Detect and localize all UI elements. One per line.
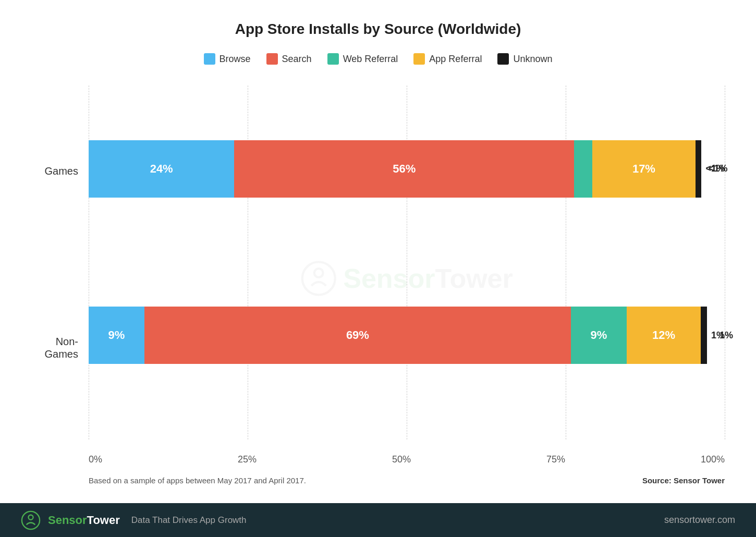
legend-label: Browse: [220, 54, 251, 65]
bar-segment-app-referral: 12%: [627, 307, 701, 364]
footer-brand-sensor: Sensor: [48, 514, 87, 527]
bar-segment-unknown: 1%: [701, 307, 707, 364]
bar-segment-search: 56%: [234, 140, 574, 198]
bar-segment-search: 69%: [144, 307, 571, 364]
footer-url: sensortower.com: [664, 515, 735, 526]
bars-rows: 24%56%17%<1%<1%9%69%9%12%1%1%: [89, 86, 725, 450]
footnote-area: Based on a sample of apps between May 20…: [89, 471, 725, 493]
outside-label-0: <1%: [709, 163, 728, 174]
footer-brand: SensorTower: [48, 514, 120, 527]
stacked-bar-1: 9%69%9%12%1%: [89, 307, 707, 364]
legend-item-app-referral: App Referral: [413, 53, 482, 65]
bars-area: SensorTower 24%56%17%<1%<1%9%69%9%12%1%1…: [89, 86, 725, 471]
footnote: Based on a sample of apps between May 20…: [89, 476, 306, 485]
bar-segment-web-referral: [574, 140, 592, 198]
footer-left: SensorTower Data That Drives App Growth: [21, 510, 247, 530]
outside-label-1: 1%: [720, 330, 733, 341]
bar-segment-unknown: <1%: [696, 140, 702, 198]
legend-label: App Referral: [429, 54, 482, 65]
source: Source: Sensor Tower: [642, 476, 725, 485]
legend: Browse Search Web Referral App Referral …: [31, 53, 725, 65]
legend-color: [266, 53, 278, 65]
y-label-non--games: Non-Games: [31, 335, 78, 360]
bar-row-0: 24%56%17%<1%<1%: [89, 140, 725, 198]
chart-container: App Store Installs by Source (Worldwide)…: [0, 0, 756, 503]
y-labels: GamesNon-Games: [31, 86, 89, 471]
footer-tagline: Data That Drives App Growth: [131, 515, 247, 526]
x-tick-100: 100%: [701, 454, 725, 465]
legend-item-unknown: Unknown: [497, 53, 552, 65]
legend-label: Web Referral: [343, 54, 398, 65]
chart-title: App Store Installs by Source (Worldwide): [31, 21, 725, 38]
legend-color: [497, 53, 509, 65]
legend-color: [413, 53, 425, 65]
svg-point-3: [28, 515, 33, 519]
x-tick-0: 0%: [89, 454, 102, 465]
footer-logo-icon: [21, 510, 41, 530]
footer-brand-tower: Tower: [87, 514, 120, 527]
legend-color: [204, 53, 215, 65]
x-axis: 0% 25% 50% 75% 100%: [89, 450, 725, 471]
bar-row-1: 9%69%9%12%1%1%: [89, 307, 725, 364]
legend-item-web-referral: Web Referral: [327, 53, 398, 65]
bar-segment-browse: 24%: [89, 140, 234, 198]
bar-segment-browse: 9%: [89, 307, 144, 364]
chart-inner: GamesNon-Games SensorTower: [31, 86, 725, 471]
x-tick-50: 50%: [392, 454, 411, 465]
chart-area: GamesNon-Games SensorTower: [31, 86, 725, 471]
legend-color: [327, 53, 339, 65]
y-label-games: Games: [31, 165, 78, 177]
legend-item-search: Search: [266, 53, 312, 65]
legend-item-browse: Browse: [204, 53, 251, 65]
bar-segment-web-referral: 9%: [571, 307, 627, 364]
grid-line-100: [725, 86, 725, 440]
legend-label: Unknown: [513, 54, 552, 65]
footer: SensorTower Data That Drives App Growth …: [0, 503, 756, 537]
x-tick-75: 75%: [546, 454, 565, 465]
stacked-bar-0: 24%56%17%<1%: [89, 140, 701, 198]
legend-label: Search: [282, 54, 312, 65]
bar-segment-app-referral: 17%: [592, 140, 696, 198]
x-tick-25: 25%: [238, 454, 257, 465]
